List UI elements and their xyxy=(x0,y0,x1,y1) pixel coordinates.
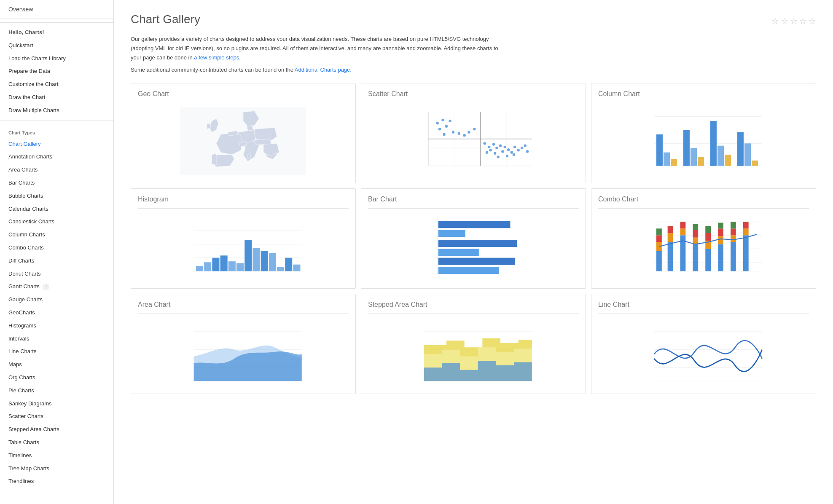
sidebar-item-scatter-charts[interactable]: Scatter Charts xyxy=(0,410,113,423)
sidebar-item-pie-charts[interactable]: Pie Charts xyxy=(0,384,113,397)
simple-steps-link[interactable]: a few simple steps xyxy=(194,54,239,61)
sidebar-item-org-charts[interactable]: Org Charts xyxy=(0,371,113,384)
svg-rect-76 xyxy=(293,265,300,271)
chart-card-bar[interactable]: Bar Chart xyxy=(361,188,586,289)
sidebar-item-sankey-diagrams[interactable]: Sankey Diagrams xyxy=(0,397,113,410)
sidebar-item-customize-chart[interactable]: Customize the Chart xyxy=(0,78,113,91)
chart-card-line[interactable]: Line Chart xyxy=(591,294,816,394)
svg-rect-71 xyxy=(253,248,260,271)
sidebar-item-area-charts[interactable]: Area Charts xyxy=(0,164,113,177)
svg-point-28 xyxy=(494,152,496,155)
chart-card-combo[interactable]: Combo Chart xyxy=(591,188,816,289)
svg-rect-69 xyxy=(236,263,244,271)
svg-rect-97 xyxy=(668,226,673,233)
svg-rect-108 xyxy=(705,226,711,233)
star-rating[interactable]: ☆ ☆ ☆ ☆ ☆ xyxy=(771,16,816,26)
svg-rect-80 xyxy=(438,230,465,237)
sidebar-item-donut-charts[interactable]: Donut Charts xyxy=(0,268,113,281)
chart-card-histogram[interactable]: Histogram xyxy=(131,188,356,289)
svg-rect-91 xyxy=(656,251,662,271)
svg-rect-112 xyxy=(718,223,723,229)
svg-rect-65 xyxy=(204,263,211,271)
sidebar-item-draw-chart[interactable]: Draw the Chart xyxy=(0,91,113,104)
star-2[interactable]: ☆ xyxy=(781,16,788,26)
svg-point-13 xyxy=(438,128,441,130)
svg-point-31 xyxy=(507,148,510,151)
svg-rect-129 xyxy=(641,318,767,386)
sidebar-item-trendlines[interactable]: Trendlines xyxy=(0,475,113,488)
sidebar-item-quickstart[interactable]: Quickstart xyxy=(0,39,113,52)
chart-card-area[interactable]: Area Chart xyxy=(131,294,356,394)
additional-charts-link[interactable]: Additional Charts page. xyxy=(295,67,352,73)
sidebar-item-hello: Hello, Charts! xyxy=(0,26,113,39)
bar-chart-title: Bar Chart xyxy=(368,196,579,203)
scatter-chart-visual xyxy=(368,107,579,175)
sidebar-item-load-library[interactable]: Load the Charts Library xyxy=(0,52,113,65)
star-5[interactable]: ☆ xyxy=(809,16,816,26)
main-content: Chart Gallery ☆ ☆ ☆ ☆ ☆ Our gallery prov… xyxy=(114,0,833,504)
star-1[interactable]: ☆ xyxy=(771,16,779,26)
sidebar-item-maps[interactable]: Maps xyxy=(0,358,113,371)
sidebar-item-intervals[interactable]: Intervals xyxy=(0,332,113,346)
bar-chart-visual xyxy=(368,213,579,280)
sidebar-item-geocharts[interactable]: GeoCharts xyxy=(0,306,113,319)
histogram-title: Histogram xyxy=(138,196,349,203)
sidebar-item-prepare-data[interactable]: Prepare the Data xyxy=(0,65,113,78)
star-3[interactable]: ☆ xyxy=(790,16,798,26)
chart-card-column[interactable]: Column Chart xyxy=(591,83,816,183)
sidebar-item-candlestick-charts[interactable]: Candlestick Charts xyxy=(0,215,113,228)
sidebar-item-timelines[interactable]: Timelines xyxy=(0,449,113,462)
svg-point-24 xyxy=(489,149,492,151)
svg-rect-72 xyxy=(261,251,268,271)
svg-rect-1 xyxy=(411,107,537,175)
sidebar-item-diff-charts[interactable]: Diff Charts xyxy=(0,255,113,268)
sidebar-item-chart-gallery[interactable]: Chart Gallery xyxy=(0,138,113,151)
svg-rect-103 xyxy=(693,230,698,238)
histogram-visual xyxy=(138,213,349,280)
svg-point-23 xyxy=(492,143,495,146)
svg-point-38 xyxy=(513,153,515,156)
line-chart-visual xyxy=(598,318,809,386)
svg-rect-93 xyxy=(656,236,662,242)
svg-rect-101 xyxy=(693,244,698,271)
svg-rect-75 xyxy=(285,258,292,271)
sidebar-item-bar-charts[interactable]: Bar Charts xyxy=(0,177,113,190)
area-chart-visual xyxy=(138,318,349,386)
svg-rect-111 xyxy=(718,229,723,236)
sidebar-item-annotation-charts[interactable]: Annotation Charts xyxy=(0,150,113,164)
chart-grid: Geo Chart xyxy=(131,83,816,394)
chart-card-geo[interactable]: Geo Chart xyxy=(131,83,356,183)
sidebar-item-stepped-area-charts[interactable]: Stepped Area Charts xyxy=(0,423,113,436)
svg-rect-66 xyxy=(212,258,219,271)
stepped-area-chart-title: Stepped Area Chart xyxy=(368,301,579,308)
svg-rect-105 xyxy=(705,249,711,271)
sidebar-item-gauge-charts[interactable]: Gauge Charts xyxy=(0,293,113,306)
sidebar-item-table-charts[interactable]: Table Charts xyxy=(0,436,113,449)
sidebar-item-combo-charts[interactable]: Combo Charts xyxy=(0,241,113,255)
chart-card-stepped-area[interactable]: Stepped Area Chart xyxy=(361,294,586,394)
svg-rect-48 xyxy=(664,153,670,166)
svg-point-40 xyxy=(526,150,529,153)
svg-rect-82 xyxy=(438,249,479,256)
sidebar-item-histograms[interactable]: Histograms xyxy=(0,319,113,332)
svg-point-30 xyxy=(501,150,504,153)
column-chart-visual xyxy=(598,107,809,175)
svg-rect-70 xyxy=(245,240,252,271)
line-chart-title: Line Chart xyxy=(598,301,809,308)
sidebar-item-line-charts[interactable]: Line Charts xyxy=(0,345,113,358)
sidebar-item-column-charts[interactable]: Column Charts xyxy=(0,228,113,241)
sidebar-item-gantt-charts[interactable]: Gantt Charts ! xyxy=(0,280,113,293)
svg-point-21 xyxy=(483,142,486,145)
combo-chart-visual xyxy=(598,213,809,280)
star-4[interactable]: ☆ xyxy=(799,16,807,26)
sidebar-item-treemap-charts[interactable]: Tree Map Charts xyxy=(0,462,113,475)
sidebar-item-bubble-charts[interactable]: Bubble Charts xyxy=(0,190,113,203)
svg-point-16 xyxy=(443,133,445,136)
svg-point-19 xyxy=(463,134,465,137)
sidebar-item-draw-multiple[interactable]: Draw Multiple Charts xyxy=(0,104,113,117)
sidebar-item-calendar-charts[interactable]: Calendar Charts xyxy=(0,203,113,216)
svg-rect-73 xyxy=(269,253,276,271)
sidebar-overview-item[interactable]: Overview xyxy=(0,0,113,19)
chart-card-scatter[interactable]: Scatter Chart xyxy=(361,83,586,183)
svg-point-18 xyxy=(473,128,476,130)
